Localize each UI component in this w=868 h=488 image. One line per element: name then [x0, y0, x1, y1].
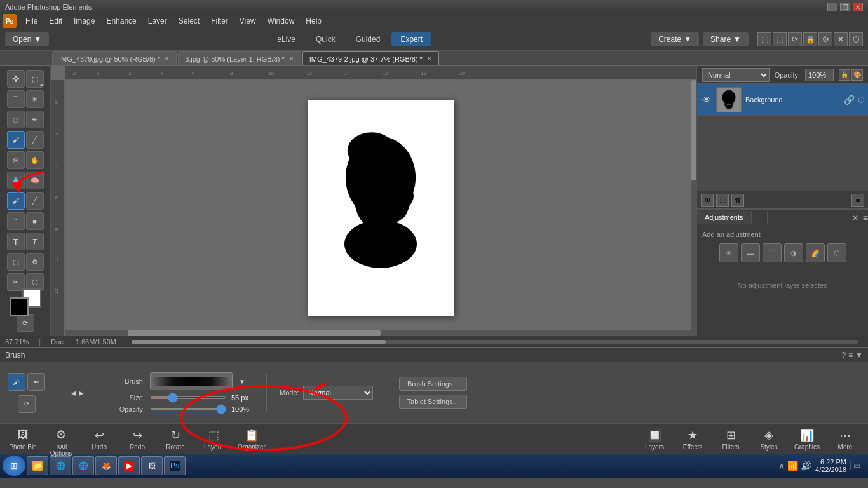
tray-up-arrow[interactable]: ∧ — [778, 461, 785, 471]
brush-tool[interactable]: 🖌 — [7, 131, 25, 149]
menu-help[interactable]: Help — [301, 15, 327, 27]
panel-icon-7[interactable]: ⬡ — [849, 32, 863, 46]
canvas-vertical-scrollbar[interactable] — [691, 80, 696, 330]
open-button[interactable]: Open ▼ — [5, 32, 49, 46]
tab-2[interactable]: IMG_4379-2.jpg @ 37.7% (RGB/8) * ✕ — [302, 51, 439, 65]
panel-icon-5[interactable]: ⚙ — [818, 32, 832, 46]
clock[interactable]: 6:22 PM 4/22/2018 — [815, 458, 846, 473]
dock-layout[interactable]: ⬚ Layout — [196, 426, 231, 452]
mode-select[interactable]: Normal Dissolve Darken Multiply — [303, 386, 373, 400]
dock-rotate[interactable]: ↻ Rotate — [158, 426, 193, 452]
close-button[interactable]: ✕ — [853, 3, 863, 11]
create-layer-icon[interactable]: ⊕ — [701, 194, 714, 207]
panel-icon-3[interactable]: ⟳ — [788, 32, 802, 46]
canvas-viewport[interactable] — [65, 80, 696, 336]
dock-more[interactable]: ⋯ More — [827, 426, 863, 452]
tab-close-0[interactable]: ✕ — [164, 55, 170, 63]
dock-tool-options[interactable]: ⚙ Tool Options — [43, 426, 79, 452]
canvas-area[interactable]: -2 0 2 4 6 8 10 12 14 16 18 20 0 2 4 6 — [51, 66, 696, 336]
mode-elive[interactable]: eLive — [268, 32, 304, 46]
opacity-input[interactable] — [805, 69, 834, 81]
start-button[interactable]: ⊞ — [3, 456, 25, 476]
options-collapse-icon[interactable]: ▼ — [855, 351, 863, 360]
tray-volume[interactable]: 🔊 — [801, 461, 811, 471]
canvas-vscroll-thumb[interactable] — [691, 80, 696, 180]
mode-expert[interactable]: Expert — [391, 32, 431, 46]
brush-stroke-preview[interactable] — [150, 372, 233, 390]
brush-preset-btn-1[interactable]: 🖌 — [8, 373, 25, 391]
dock-redo[interactable]: ↪ Redo — [119, 426, 155, 452]
menu-view[interactable]: View — [234, 15, 261, 27]
warp-tool[interactable]: ⌃ — [7, 212, 25, 230]
panel-icon-6[interactable]: ✕ — [834, 32, 848, 46]
dock-styles[interactable]: ◈ Styles — [751, 426, 787, 452]
canvas-horizontal-scrollbar[interactable] — [65, 330, 696, 336]
line-tool[interactable]: ╱ — [26, 192, 44, 210]
tab-close-1[interactable]: ✕ — [288, 55, 294, 63]
dock-photo-bin[interactable]: 🖼 Photo Bin — [5, 426, 41, 452]
panel-icon-2[interactable]: ⬚ — [773, 32, 787, 46]
type-tool2[interactable]: T — [26, 233, 44, 250]
rect-fill-tool[interactable]: ■ — [26, 212, 44, 230]
taskbar-photos[interactable]: 🖼 — [141, 456, 163, 475]
dock-organizer[interactable]: 📋 Organizer — [234, 426, 269, 452]
selection-tool[interactable]: ⬚ — [26, 70, 44, 88]
canvas-hscroll-thumb[interactable] — [128, 330, 381, 336]
next-brush-icon[interactable]: ▶ — [79, 390, 84, 396]
menu-edit[interactable]: Edit — [44, 15, 67, 27]
pencil-tool[interactable]: ╱ — [26, 131, 44, 149]
move-tool[interactable]: ✜ — [7, 70, 25, 88]
taskbar-media[interactable]: ▶ — [118, 456, 140, 475]
dodge-tool[interactable]: 🧠 — [26, 172, 44, 189]
prev-brush-icon[interactable]: ◀ — [71, 390, 76, 396]
menu-file[interactable]: File — [20, 15, 43, 27]
menu-image[interactable]: Image — [69, 15, 100, 27]
taskbar-explorer[interactable]: 📁 — [27, 456, 48, 475]
menu-select[interactable]: Select — [173, 15, 205, 27]
type-tool[interactable]: T — [7, 233, 25, 250]
layer-settings-icon[interactable]: ⬡ — [858, 95, 864, 104]
dock-effects[interactable]: ★ Effects — [675, 426, 710, 452]
minimize-button[interactable]: — — [827, 3, 837, 11]
burn-tool[interactable]: 💧 — [7, 172, 25, 189]
eyedropper-tool[interactable]: ✒ — [26, 111, 44, 128]
fill-icon[interactable]: 🎨 — [851, 69, 863, 81]
adj-close-button[interactable]: ✕ — [848, 213, 863, 223]
help-icon[interactable]: ? — [841, 351, 846, 360]
tray-network[interactable]: 📶 — [787, 461, 798, 471]
layer-blend-mode-select[interactable]: Normal Dissolve Multiply — [702, 68, 770, 82]
foreground-color[interactable] — [10, 297, 29, 316]
taskbar-ie[interactable]: 🌐 — [72, 456, 94, 475]
brush-settings-button[interactable]: Brush Settings... — [399, 377, 467, 391]
menu-window[interactable]: Window — [262, 15, 300, 27]
menu-filter[interactable]: Filter — [206, 15, 233, 27]
tab-1[interactable]: 3.jpg @ 50% (Layer 1, RGB/8) * ✕ — [178, 51, 301, 65]
dock-graphics[interactable]: 📊 Graphics — [789, 426, 825, 452]
quick-select-tool[interactable]: ✳ — [26, 90, 44, 108]
dock-layers[interactable]: 🔲 Layers — [637, 426, 672, 452]
shape-tool[interactable]: ⬚ — [7, 253, 25, 271]
adj-curves-icon[interactable]: ⌒ — [763, 243, 782, 262]
create-group-icon[interactable]: ⬚ — [716, 194, 729, 207]
mode-guided[interactable]: Guided — [347, 32, 390, 46]
panel-icon-4[interactable]: 🔒 — [803, 32, 817, 46]
adj-collapse-button[interactable]: ≡ — [863, 213, 868, 223]
layer-visibility-eye[interactable]: 👁 — [701, 94, 712, 105]
dock-undo[interactable]: ↩ Undo — [81, 426, 117, 452]
lasso-tool[interactable]: ⌒ — [7, 90, 25, 108]
menu-layer[interactable]: Layer — [143, 15, 172, 27]
opacity-slider[interactable] — [150, 408, 226, 410]
shape-tool2[interactable]: ⚙ — [26, 253, 44, 271]
maximize-button[interactable]: ❐ — [840, 3, 850, 11]
show-desktop-icon[interactable]: ▭ — [850, 461, 860, 470]
options-menu-icon[interactable]: ≡ — [848, 351, 853, 360]
lock-icon[interactable]: 🔒 — [839, 69, 850, 81]
dock-filters[interactable]: ⊞ Filters — [713, 426, 749, 452]
brush-preset-btn-3[interactable]: ⟳ — [18, 395, 36, 413]
delete-layer-icon[interactable]: 🗑 — [731, 194, 744, 207]
extra-tool[interactable]: ⟳ — [17, 314, 34, 332]
size-slider[interactable] — [150, 396, 226, 399]
taskbar-photoshop[interactable]: Ps — [164, 456, 186, 475]
brush-preset-btn-2[interactable]: ✒ — [27, 373, 45, 391]
eraser-tool-active[interactable]: 🖌 — [7, 192, 25, 210]
